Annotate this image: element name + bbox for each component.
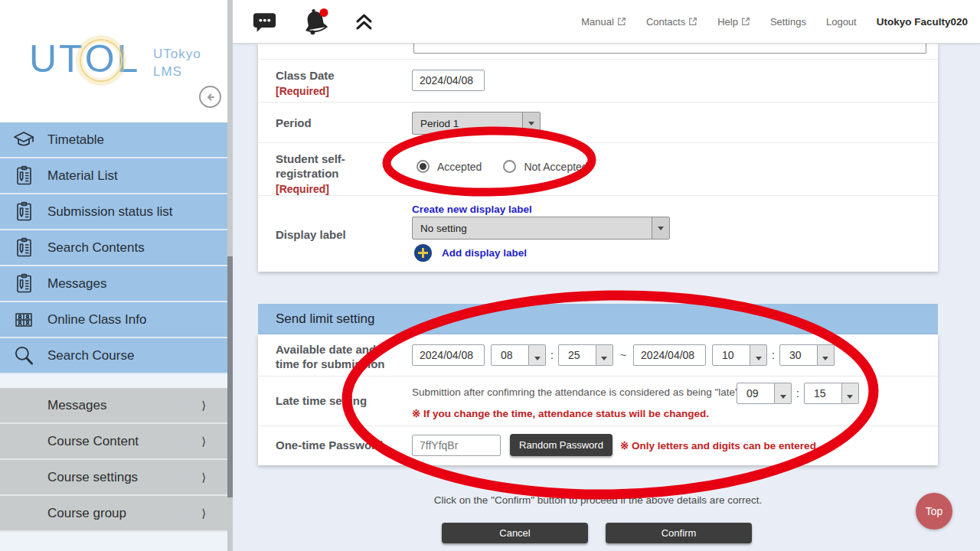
sidebar-item-search-course[interactable]: Search Course — [0, 338, 227, 374]
sidebar-item-label: Search Course — [47, 348, 134, 364]
chat-icon[interactable] — [253, 11, 277, 33]
sidebar-item-course-messages[interactable]: Messages ⟩ — [0, 388, 227, 424]
chevron-right-icon: ⟩ — [201, 435, 206, 448]
chevron-right-icon: ⟩ — [201, 471, 206, 484]
scroll-to-top-button[interactable]: Top — [916, 493, 952, 530]
external-link-icon — [617, 17, 626, 26]
spinner-button[interactable] — [596, 344, 613, 366]
sidebar-item-submission-status-list[interactable]: Submission status list — [0, 194, 227, 230]
topbar-link-help[interactable]: Help — [717, 16, 750, 28]
send-limit-card: Available date and time for submission :… — [258, 334, 938, 465]
triangle-down-icon — [601, 357, 607, 360]
row-available-datetime: Available date and time for submission :… — [258, 334, 938, 377]
late-time-description: Submittion after confimring the attendan… — [412, 386, 739, 398]
late-time-controls: : — [737, 383, 859, 404]
row-late-time-setting: Late time setting Submittion after confi… — [258, 377, 938, 426]
sidebar-item-label: Search Contents — [47, 240, 145, 256]
end-hour-input[interactable] — [712, 344, 750, 366]
utol-logo[interactable]: UTOL — [29, 37, 140, 81]
spinner-button[interactable] — [750, 344, 767, 366]
sidebar-item-label: Timetable — [47, 132, 104, 148]
start-minute-input[interactable] — [558, 344, 596, 366]
sidebar-item-search-contents[interactable]: Search Contents — [0, 230, 227, 266]
document-list-icon — [0, 201, 47, 223]
sidebar-item-material-list[interactable]: Material List — [0, 158, 227, 194]
end-date-input[interactable] — [633, 344, 706, 366]
external-link-icon — [688, 17, 697, 26]
required-badge: [Required] — [276, 183, 398, 197]
available-datetime-label: Available date and time for submission — [276, 343, 398, 372]
period-label: Period — [276, 116, 398, 131]
triangle-down-icon — [658, 227, 664, 230]
logo-text: UT — [29, 37, 85, 80]
sidebar-item-label: Submission status list — [47, 204, 172, 220]
start-hour-input[interactable] — [491, 344, 529, 366]
graduation-cap-icon — [0, 129, 47, 152]
add-display-label[interactable]: Add display label — [414, 244, 527, 262]
sidebar-item-label: Material List — [47, 168, 118, 184]
class-date-input[interactable] — [412, 70, 485, 91]
late-time-warning: ※ If you change the time, attendance sta… — [412, 407, 709, 419]
start-date-input[interactable] — [412, 344, 485, 366]
username: Utokyo Faculty020 — [877, 16, 968, 28]
select-arrow-button[interactable] — [652, 217, 669, 239]
sidebar-item-course-group[interactable]: Course group ⟩ — [0, 496, 227, 532]
spinner-button[interactable] — [818, 344, 835, 366]
scrollbar-thumb[interactable] — [227, 256, 233, 497]
row-clipped-input — [258, 44, 938, 60]
random-password-button[interactable]: Random Password — [510, 434, 612, 456]
row-class-date: Class Date [Required] — [258, 60, 938, 103]
cancel-button[interactable]: Cancel — [442, 523, 588, 543]
class-date-label: Class Date [Required] — [276, 69, 398, 98]
sidebar-item-label: Messages — [47, 276, 106, 292]
period-select[interactable]: Period 1 — [412, 112, 541, 135]
display-label-select[interactable]: No setting — [412, 217, 670, 240]
late-hour-input[interactable] — [737, 383, 775, 404]
document-list-icon — [0, 165, 47, 187]
triangle-down-icon — [780, 395, 786, 399]
sidebar-scrollbar[interactable] — [227, 0, 233, 551]
logo-subtitle: UTokyo LMS — [153, 46, 201, 81]
spinner-button[interactable] — [775, 383, 792, 404]
confirm-button[interactable]: Confirm — [606, 523, 752, 543]
radio-accepted[interactable] — [416, 160, 430, 173]
sidebar-item-course-settings[interactable]: Course settings ⟩ — [0, 460, 227, 496]
notification-bell-icon[interactable] — [300, 8, 332, 36]
sidebar-nav: Timetable Material List Submission statu… — [0, 122, 227, 532]
row-display-label: Display label Create new display label N… — [258, 196, 938, 272]
online-class-grid-icon — [0, 308, 47, 331]
end-minute-spinner — [779, 344, 835, 366]
topbar-link-manual[interactable]: Manual — [581, 16, 626, 28]
plus-icon[interactable] — [414, 244, 432, 262]
sidebar-item-online-class-info[interactable]: Online Class Info — [0, 302, 227, 338]
otp-input[interactable] — [412, 435, 501, 456]
sidebar-item-timetable[interactable]: Timetable — [0, 122, 227, 158]
add-display-label-link[interactable]: Add display label — [442, 247, 527, 259]
external-link-icon — [741, 17, 750, 26]
sidebar-item-label: Messages — [47, 398, 106, 413]
document-list-icon — [0, 272, 47, 295]
radio-not-accepted[interactable] — [503, 160, 516, 173]
section-title: Send limit setting — [276, 311, 374, 327]
topbar-link-settings[interactable]: Settings — [770, 16, 806, 28]
select-arrow-button[interactable] — [522, 112, 540, 134]
topbar-link-logout[interactable]: Logout — [826, 16, 857, 28]
sidebar-gap — [0, 374, 227, 388]
collapse-header-chevrons-icon[interactable] — [355, 14, 373, 30]
sidebar-item-course-content[interactable]: Course Content ⟩ — [0, 424, 227, 460]
late-hour-spinner — [737, 383, 792, 404]
sidebar-item-messages[interactable]: Messages — [0, 266, 227, 302]
sidebar-collapse-button[interactable] — [199, 86, 221, 108]
create-display-label-link[interactable]: Create new display label — [412, 204, 532, 215]
spinner-button[interactable] — [529, 344, 546, 366]
spinner-button[interactable] — [842, 383, 859, 404]
row-self-registration: Student self-registration [Required] Acc… — [258, 143, 938, 196]
late-time-label: Late time setting — [276, 394, 406, 409]
logo-area: UTOL UTokyo LMS — [0, 0, 227, 122]
late-minute-input[interactable] — [804, 383, 842, 404]
clipped-text-input[interactable] — [413, 44, 926, 54]
document-list-icon — [0, 236, 47, 259]
end-minute-input[interactable] — [779, 344, 818, 366]
triangle-down-icon — [534, 357, 541, 360]
topbar-link-contacts[interactable]: Contacts — [646, 16, 697, 28]
